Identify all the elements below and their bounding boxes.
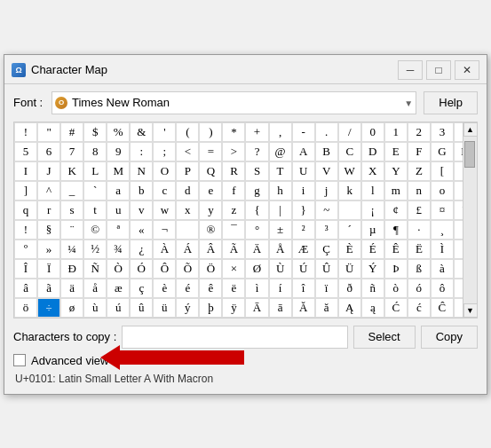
- maximize-button[interactable]: □: [426, 60, 451, 80]
- char-cell[interactable]: ï: [315, 279, 338, 298]
- char-cell[interactable]: 0: [361, 122, 384, 142]
- advanced-view-checkbox[interactable]: [13, 354, 26, 366]
- char-cell[interactable]: ä: [60, 279, 83, 298]
- char-cell[interactable]: ¿: [130, 240, 153, 259]
- char-cell[interactable]: ²: [292, 220, 315, 240]
- char-cell[interactable]: 7: [60, 142, 83, 161]
- copy-button[interactable]: Copy: [421, 326, 478, 349]
- char-cell[interactable]: f: [222, 181, 245, 200]
- char-cell[interactable]: !: [14, 122, 37, 142]
- char-cell[interactable]: ą: [361, 298, 384, 318]
- advanced-view-label[interactable]: Advanced view: [31, 354, 108, 367]
- char-cell[interactable]: ®: [199, 220, 222, 240]
- char-cell[interactable]: r: [37, 200, 60, 220]
- char-cell[interactable]: Z: [408, 161, 431, 181]
- char-cell[interactable]: <: [176, 142, 199, 161]
- char-cell[interactable]: h: [269, 181, 292, 200]
- char-cell[interactable]: ù: [83, 298, 107, 318]
- char-cell[interactable]: _: [60, 181, 83, 200]
- char-cell[interactable]: Û: [315, 259, 338, 279]
- char-cell[interactable]: l: [361, 181, 384, 200]
- char-cell[interactable]: >: [222, 142, 245, 161]
- char-cell[interactable]: ´: [338, 220, 361, 240]
- char-cell[interactable]: I: [14, 161, 37, 181]
- char-cell[interactable]: q: [14, 200, 37, 220]
- char-cell[interactable]: ê: [199, 279, 222, 298]
- char-cell[interactable]: à: [431, 259, 454, 279]
- scroll-up-button[interactable]: ▲: [463, 122, 478, 137]
- scroll-down-button[interactable]: ▼: [463, 303, 478, 318]
- char-cell[interactable]: ÿ: [222, 298, 245, 318]
- char-cell[interactable]: x: [176, 200, 199, 220]
- char-cell[interactable]: z: [222, 200, 245, 220]
- char-cell[interactable]: R: [222, 161, 245, 181]
- char-cell[interactable]: ": [37, 122, 60, 142]
- char-cell[interactable]: Ð: [60, 259, 83, 279]
- char-cell[interactable]: «: [130, 220, 153, 240]
- char-cell[interactable]: ú: [107, 298, 130, 318]
- char-cell[interactable]: Ã: [222, 240, 245, 259]
- char-cell[interactable]: Ì: [431, 240, 454, 259]
- char-cell[interactable]: »: [37, 240, 60, 259]
- close-button[interactable]: ✕: [455, 60, 479, 80]
- char-cell[interactable]: `: [83, 181, 107, 200]
- char-cell[interactable]: ;: [153, 142, 176, 161]
- char-cell[interactable]: º: [14, 240, 37, 259]
- char-cell[interactable]: Ý: [361, 259, 384, 279]
- char-cell[interactable]: w: [153, 200, 176, 220]
- char-cell[interactable]: ć: [408, 298, 431, 318]
- char-cell[interactable]: Ç: [315, 240, 338, 259]
- char-cell[interactable]: ¯: [222, 220, 245, 240]
- char-cell[interactable]: &: [130, 122, 153, 142]
- char-cell[interactable]: ·: [408, 220, 431, 240]
- char-cell[interactable]: Ą: [338, 298, 361, 318]
- char-cell[interactable]: B: [315, 142, 338, 161]
- char-cell[interactable]: :: [130, 142, 153, 161]
- char-cell[interactable]: Â: [199, 240, 222, 259]
- char-cell[interactable]: b: [130, 181, 153, 200]
- char-cell[interactable]: V: [315, 161, 338, 181]
- char-cell[interactable]: [: [431, 161, 454, 181]
- char-cell[interactable]: Õ: [176, 259, 199, 279]
- char-cell[interactable]: N: [130, 161, 153, 181]
- char-cell[interactable]: È: [338, 240, 361, 259]
- char-cell[interactable]: ¢: [384, 200, 408, 220]
- char-cell[interactable]: ā: [269, 298, 292, 318]
- char-cell[interactable]: ë: [222, 279, 245, 298]
- char-cell[interactable]: Ā: [245, 298, 268, 318]
- char-cell[interactable]: í: [269, 279, 292, 298]
- char-cell[interactable]: ±: [269, 220, 292, 240]
- char-cell[interactable]: â: [14, 279, 37, 298]
- char-cell[interactable]: #: [60, 122, 83, 142]
- char-cell[interactable]: D: [361, 142, 384, 161]
- char-cell[interactable]: X: [361, 161, 384, 181]
- char-cell[interactable]: ò: [384, 279, 408, 298]
- char-cell[interactable]: j: [315, 181, 338, 200]
- select-button[interactable]: Select: [353, 326, 416, 349]
- char-cell[interactable]: s: [60, 200, 83, 220]
- char-cell[interactable]: d: [176, 181, 199, 200]
- char-cell[interactable]: ³: [315, 220, 338, 240]
- char-cell[interactable]: U: [292, 161, 315, 181]
- char-cell[interactable]: ¤: [431, 200, 454, 220]
- char-cell[interactable]: ¶: [384, 220, 408, 240]
- char-cell[interactable]: Ó: [130, 259, 153, 279]
- char-cell[interactable]: T: [269, 161, 292, 181]
- char-cell[interactable]: @: [269, 142, 292, 161]
- char-cell[interactable]: ø: [60, 298, 83, 318]
- char-cell[interactable]: Ò: [107, 259, 130, 279]
- char-cell[interactable]: v: [130, 200, 153, 220]
- font-select[interactable]: Times New Roman: [51, 91, 416, 114]
- char-cell[interactable]: ü: [153, 298, 176, 318]
- char-cell[interactable]: L: [83, 161, 107, 181]
- char-cell[interactable]: ý: [176, 298, 199, 318]
- char-cell[interactable]: m: [384, 181, 408, 200]
- char-cell[interactable]: ¸: [431, 220, 454, 240]
- char-cell[interactable]: 2: [408, 122, 431, 142]
- char-cell[interactable]: þ: [199, 298, 222, 318]
- char-cell[interactable]: £: [408, 200, 431, 220]
- char-cell[interactable]: o: [431, 181, 454, 200]
- scrollbar-thumb[interactable]: [464, 141, 475, 168]
- char-cell[interactable]: ô: [431, 279, 454, 298]
- char-cell[interactable]: y: [199, 200, 222, 220]
